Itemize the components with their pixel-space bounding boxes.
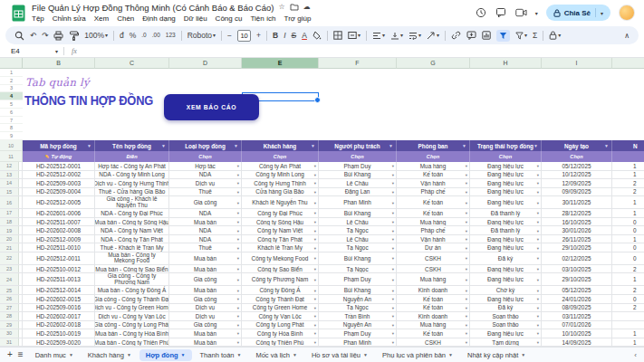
cell[interactable]: Đang hiệu lực▾	[470, 329, 542, 338]
column-header-clipped[interactable]	[612, 58, 644, 69]
tab-moc-va-lich[interactable]: Mốc và lịch▼	[249, 349, 303, 361]
cell[interactable]: Đã ký▾	[470, 252, 542, 264]
cell[interactable]: 1	[612, 329, 644, 338]
row-number[interactable]: 20	[0, 235, 19, 243]
row-number[interactable]: 6	[0, 109, 23, 117]
dropdown-icon[interactable]: ▾	[466, 172, 467, 176]
cell[interactable]: Soạn thảo▾	[470, 321, 542, 329]
cell[interactable]: 1	[612, 273, 644, 285]
cell[interactable]: Gia công▾	[169, 273, 242, 285]
dropdown-icon[interactable]: ▾	[537, 297, 539, 301]
filter-icon[interactable]: ▼	[234, 143, 238, 148]
insert-link-icon[interactable]	[451, 31, 461, 40]
dropdown-icon[interactable]: ▾	[392, 256, 394, 261]
cell[interactable]: 2	[612, 304, 644, 312]
filter-icon[interactable]: ▼	[604, 143, 609, 148]
dropdown-icon[interactable]: ▾	[392, 314, 394, 319]
dropdown-icon[interactable]: ▾	[537, 189, 539, 194]
cell[interactable]: Mua bán▾	[169, 218, 242, 226]
row-number[interactable]: 17	[0, 209, 19, 217]
format-percent-button[interactable]: %	[130, 32, 137, 40]
tab-ho-so-va-tai-lieu[interactable]: Hồ sơ và tài liệu▼	[305, 349, 374, 361]
cell[interactable]: Công ty Thiên Phú▾	[242, 338, 319, 347]
cell[interactable]: Công ty Mekong Food▾	[242, 252, 319, 264]
dropdown-icon[interactable]: ▾	[237, 305, 239, 310]
cell[interactable]: 03/10/2025	[542, 265, 612, 273]
cell[interactable]: Mua bán▾	[169, 338, 242, 347]
cell[interactable]: Dịch vụ - Công ty Vạn Lộc	[95, 312, 169, 320]
dropdown-icon[interactable]: ▾	[537, 237, 539, 242]
tab-scroll-left-icon[interactable]: ‹	[634, 351, 637, 359]
dropdown-icon[interactable]: ▾	[466, 237, 467, 242]
dropdown-icon[interactable]: ▾	[237, 331, 239, 336]
cell[interactable]: Mua bán - Công ty Thiên Phú	[95, 338, 169, 347]
move-folder-icon[interactable]	[290, 3, 299, 13]
dropdown-icon[interactable]: ▾	[314, 211, 316, 215]
cell[interactable]: Vận hành▾	[397, 179, 470, 187]
cell[interactable]: Công ty Tân Phát▾	[242, 235, 319, 243]
cell[interactable]: Khách lẻ Nguyễn Thu▾	[242, 196, 319, 208]
text-color-button[interactable]: A	[302, 32, 307, 40]
dropdown-icon[interactable]: ▾	[466, 267, 467, 272]
tab-danh-muc[interactable]: Danh mục▼	[29, 349, 80, 361]
cell[interactable]: HD-202512-0001	[23, 162, 95, 170]
name-box[interactable]: E4 ▾	[0, 47, 63, 55]
column-header-H[interactable]: H	[470, 58, 542, 69]
text-wrap-icon[interactable]: ▾	[409, 32, 421, 40]
cell[interactable]: 1	[612, 196, 644, 208]
cell[interactable]: Hợp tác▾	[169, 162, 242, 170]
dropdown-icon[interactable]: ▾	[466, 211, 467, 215]
bold-button[interactable]: B	[273, 32, 278, 40]
fill-color-icon[interactable]	[312, 31, 322, 40]
row-number[interactable]: 11	[0, 151, 23, 162]
cell[interactable]: Pháp chế▾	[397, 226, 470, 234]
row-number[interactable]: 29	[0, 321, 19, 329]
functions-button[interactable]: Σ	[533, 32, 537, 40]
dropdown-icon[interactable]: ▾	[537, 288, 539, 292]
dropdown-icon[interactable]: ▾	[314, 189, 316, 194]
dropdown-icon[interactable]: ▾	[466, 189, 467, 194]
cell[interactable]: 09/09/2025	[542, 188, 612, 196]
row-number[interactable]: 2	[0, 77, 23, 85]
tab-khach-hang[interactable]: Khách hàng▼	[82, 349, 138, 361]
cell[interactable]: Bùi Khang▾	[319, 209, 397, 217]
dropdown-icon[interactable]: ▾	[537, 172, 539, 176]
cell[interactable]: Vận hành▾	[397, 235, 470, 243]
cell[interactable]: Đang hiệu lực▾	[470, 188, 542, 196]
dropdown-icon[interactable]: ▾	[314, 172, 316, 176]
dropdown-icon[interactable]: ▾	[392, 340, 394, 345]
dropdown-icon[interactable]: ▾	[466, 288, 467, 292]
horizontal-align-icon[interactable]: ▾	[372, 32, 385, 40]
row-number[interactable]: 8	[0, 124, 23, 132]
cell[interactable]: CSKH▾	[397, 265, 470, 273]
cell[interactable]: Kế toán▾	[397, 171, 470, 179]
undo-icon[interactable]: ↶	[30, 32, 36, 40]
decrease-decimal-button[interactable]: .0	[141, 33, 146, 39]
row-number[interactable]: 1	[0, 69, 23, 77]
select-all-corner[interactable]	[0, 58, 23, 69]
cell[interactable]: 2	[612, 179, 644, 187]
row-number[interactable]: 21	[0, 243, 19, 252]
cell[interactable]: 16/10/2025	[542, 218, 612, 226]
dropdown-icon[interactable]: ▾	[466, 181, 467, 186]
dropdown-icon[interactable]: ▾	[314, 164, 316, 168]
menu-chinh-sua[interactable]: Chỉnh sửa	[53, 14, 86, 23]
cell[interactable]: 0	[612, 218, 644, 226]
cell[interactable]: Đang hiệu lực▾	[470, 171, 542, 179]
cell[interactable]: HD-202512-0009	[23, 235, 95, 243]
tab-nhat-ky-cap-nhat[interactable]: Nhật ký cập nhật▼	[461, 349, 532, 361]
protect-sheet-icon[interactable]: ▾	[549, 31, 561, 40]
filter-views-icon[interactable]: ▾	[515, 32, 527, 40]
dropdown-icon[interactable]: ▾	[537, 267, 539, 272]
print-icon[interactable]	[53, 31, 63, 41]
tab-phu-luc-va-phien-ban[interactable]: Phụ lục và phiên bản▼	[376, 349, 459, 361]
cell[interactable]: 0	[612, 243, 644, 252]
column-header-F[interactable]: F	[319, 58, 397, 69]
column-title-trang-thai-hop-dong[interactable]: Trạng thái hợp đồng▼	[470, 140, 542, 151]
tab-thanh-toan[interactable]: Thanh toán▼	[194, 349, 248, 361]
cell[interactable]: Phạm Duy▾	[319, 273, 397, 285]
row-number[interactable]: 22	[0, 252, 19, 264]
increase-decimal-button[interactable]: .00	[152, 33, 160, 39]
dropdown-icon[interactable]: ▾	[237, 189, 239, 194]
dropdown-icon[interactable]: ▾	[537, 340, 539, 345]
